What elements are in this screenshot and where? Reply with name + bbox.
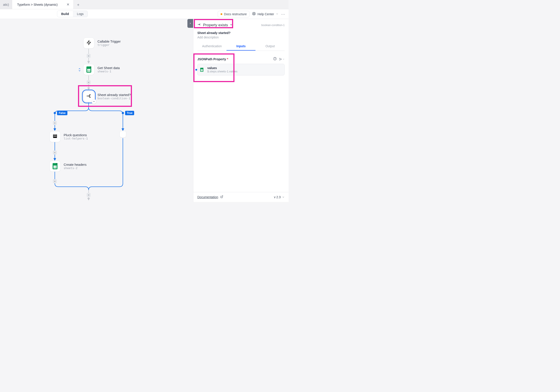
branch-status-label: Docs restructure — [224, 12, 247, 16]
expand-vert-icon[interactable] — [78, 68, 81, 72]
add-step-icon[interactable]: ＋ — [53, 121, 57, 125]
branch-label-false[interactable]: False — [57, 111, 67, 115]
svg-point-17 — [275, 59, 275, 60]
node-trigger[interactable]: Callable Trigger trigger — [83, 38, 121, 48]
workflow-toolbar: Build Logs Docs restructure Help Center … — [0, 9, 289, 19]
svg-line-4 — [255, 13, 255, 13]
node-cond-title: Sheet already started? — [98, 93, 131, 97]
node-sheets-2-icon-box — [50, 161, 60, 172]
branch-dot-false — [54, 112, 56, 114]
branch-label-true[interactable]: True — [125, 111, 134, 115]
new-tab-button[interactable]: ＋ — [74, 0, 83, 9]
inspector-title-label: Property exists — [203, 23, 228, 27]
svg-point-18 — [279, 58, 280, 58]
node-sheets-2-title: Create headers — [64, 163, 86, 166]
node-trigger-title: Callable Trigger — [98, 39, 121, 43]
svg-marker-12 — [87, 41, 91, 45]
status-dot-icon — [220, 13, 222, 15]
google-sheets-icon — [86, 67, 91, 73]
node-sheets-2[interactable]: Create headers sheets-2 — [50, 161, 86, 172]
collapse-icon[interactable]: − — [91, 99, 96, 104]
field-label-jsonpath: JSONPath Property* — [197, 57, 228, 61]
add-step-icon[interactable]: ＋ — [53, 151, 57, 154]
inspector-title[interactable]: Property exists — [197, 22, 233, 28]
node-cond-sub: boolean-condition-1 — [98, 97, 131, 100]
add-step-icon[interactable]: ＋ — [53, 179, 57, 183]
browser-tabstrip: atic) Typeform > Sheets (dynamic) ✕ ＋ — [0, 0, 289, 9]
node-placeholder-true[interactable] — [120, 131, 126, 137]
svg-point-20 — [281, 59, 281, 59]
help-center-button[interactable]: Help Center — [252, 12, 279, 16]
svg-rect-13 — [53, 135, 57, 135]
panel-collapse-handle[interactable] — [187, 19, 193, 28]
node-sheets-1-title: Get Sheet data — [98, 66, 120, 70]
svg-line-3 — [255, 14, 255, 15]
version-selector[interactable]: v 2.3 — [274, 195, 285, 199]
svg-rect-14 — [53, 136, 57, 137]
jsonpath-value-title: values — [207, 66, 238, 70]
lifebuoy-icon — [252, 12, 256, 16]
node-sheets-1-sub: sheets-1 — [98, 70, 120, 73]
node-list-helpers-1[interactable]: Pluck questions list-helpers-1 — [50, 131, 88, 142]
node-sheets-2-sub: sheets-2 — [64, 166, 86, 170]
branch-icon — [197, 22, 201, 28]
view-tab-build[interactable]: Build — [57, 11, 73, 17]
add-step-icon[interactable]: ＋ — [87, 193, 90, 197]
jsonpath-value-path: $.steps.sheets-1.values — [207, 70, 238, 73]
google-sheets-icon — [200, 67, 203, 72]
field-label-text: JSONPath Property — [197, 57, 226, 61]
node-pluck-sub: list-helpers-1 — [64, 137, 88, 140]
tab-authentication[interactable]: Authentication — [197, 42, 227, 50]
node-pluck-title: Pluck questions — [64, 133, 88, 137]
node-trigger-icon-box — [83, 38, 94, 48]
node-trigger-sub: trigger — [98, 43, 121, 47]
prev-tab-truncated[interactable]: atic) — [0, 0, 12, 9]
connection-dot-icon — [195, 69, 197, 71]
help-center-label: Help Center — [258, 12, 274, 16]
version-label: v 2.3 — [274, 195, 281, 199]
svg-line-5 — [253, 14, 253, 15]
close-tab-icon[interactable]: ✕ — [67, 2, 70, 7]
branch-dropdown-icon[interactable] — [279, 57, 285, 61]
branch-dot-true — [122, 112, 124, 114]
documentation-link-text: Documentation — [197, 195, 218, 199]
list-icon — [52, 134, 58, 140]
view-tab-logs[interactable]: Logs — [73, 11, 88, 17]
tab-inputs[interactable]: Inputs — [227, 42, 256, 50]
svg-rect-15 — [53, 137, 57, 138]
svg-point-19 — [279, 60, 280, 60]
active-tab[interactable]: Typeform > Sheets (dynamic) ✕ — [12, 0, 73, 9]
svg-line-21 — [221, 196, 223, 197]
documentation-link[interactable]: Documentation — [197, 195, 223, 199]
active-tab-label: Typeform > Sheets (dynamic) — [17, 3, 58, 6]
more-menu-icon[interactable]: ⋯ — [281, 12, 286, 17]
placeholder-box — [120, 131, 126, 137]
inspector-tabs: Authentication Inputs Output — [197, 42, 285, 51]
node-list-icon-box — [50, 131, 60, 142]
inspector-panel: Property exists boolean-condition-1 Shee… — [193, 19, 289, 202]
tab-output[interactable]: Output — [255, 42, 285, 50]
branch-icon — [86, 93, 92, 100]
node-boolean-condition-icon-box: − — [83, 91, 94, 102]
jsonpath-value-row[interactable]: values $.steps.sheets-1.values — [197, 64, 285, 76]
svg-point-1 — [253, 13, 255, 14]
help-icon[interactable] — [273, 57, 277, 61]
inspector-step-id: boolean-condition-1 — [261, 24, 285, 27]
node-sheets-1[interactable]: Get Sheet data sheets-1 — [83, 64, 120, 75]
lightning-icon — [86, 39, 91, 47]
prev-tab-label: atic) — [3, 3, 9, 6]
inspector-subtitle[interactable]: Sheet already started? — [197, 31, 285, 35]
node-sheets-1-icon-box — [83, 64, 94, 75]
svg-line-2 — [253, 13, 253, 13]
chevron-down-icon — [276, 12, 279, 16]
required-asterisk: * — [227, 57, 228, 61]
add-step-icon[interactable]: ＋ — [87, 80, 90, 84]
view-switcher: Build Logs — [57, 10, 88, 17]
node-boolean-condition[interactable]: − Sheet already started? boolean-conditi… — [83, 91, 131, 102]
external-link-icon — [220, 195, 223, 199]
chevron-down-icon — [230, 23, 233, 27]
google-sheets-icon — [53, 163, 58, 169]
add-step-icon[interactable]: ＋ — [87, 54, 90, 58]
inspector-desc-placeholder[interactable]: Add description — [197, 36, 285, 39]
branch-status-pill[interactable]: Docs restructure — [218, 11, 250, 18]
